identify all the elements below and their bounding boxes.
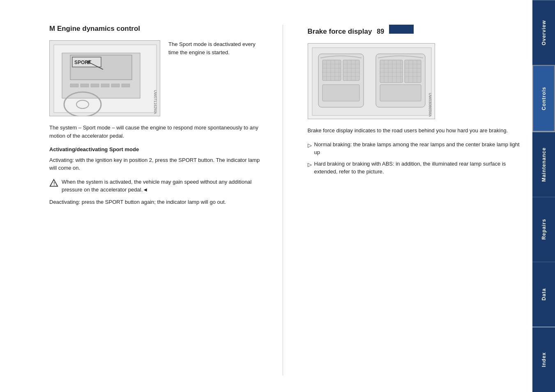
left-column: M Engine dynamics control [0, 25, 283, 376]
svg-rect-11 [122, 84, 130, 87]
svg-rect-38 [322, 85, 359, 101]
bullet-list: ▷ Normal braking: the brake lamps among … [308, 141, 525, 176]
sidebar-item-maintenance[interactable]: Maintenance [532, 132, 555, 197]
sidebar-item-data[interactable]: Data [532, 262, 555, 327]
svg-rect-6 [70, 84, 78, 87]
sub-section: Activating/deactivating Sport mode Activ… [49, 145, 266, 172]
sidebar-item-overview[interactable]: Overview [532, 0, 555, 65]
sport-mode-intro: The Sport mode is deactivated every time… [168, 40, 266, 56]
warning-text: When the system is activated, the vehicl… [62, 178, 266, 194]
sidebar-item-repairs[interactable]: Repairs [532, 197, 555, 262]
left-image-caption: UW071162MA [153, 90, 157, 114]
right-image: UW030865MA [308, 43, 435, 119]
intro-text: The Sport mode is deactivated every time… [168, 40, 266, 56]
svg-rect-8 [91, 84, 99, 87]
blue-bar [389, 25, 414, 34]
right-intro-text: Brake force display indicates to the roa… [308, 127, 525, 135]
svg-rect-7 [81, 84, 89, 87]
left-section-title: M Engine dynamics control [49, 25, 266, 33]
main-content: M Engine dynamics control [0, 0, 532, 392]
bullet-arrow-1: ▷ [308, 161, 312, 169]
right-image-caption: UW030865MA [428, 93, 432, 117]
sub-section-title: Activating/deactivating Sport mode [49, 145, 266, 154]
page-container: M Engine dynamics control [0, 0, 555, 392]
bullet-text-1: Hard braking or braking with ABS: in add… [314, 160, 525, 176]
body-text: The system – Sport mode – will cause the… [49, 124, 266, 140]
page-number: 89 [377, 28, 384, 35]
svg-rect-58 [380, 85, 421, 101]
bullet-arrow-0: ▷ [308, 141, 312, 150]
svg-text:!: ! [53, 181, 55, 186]
warning-icon: ! [49, 179, 58, 188]
svg-rect-9 [101, 84, 109, 87]
svg-rect-21 [322, 60, 341, 81]
svg-rect-40 [380, 60, 403, 83]
right-section-title: Brake force display [308, 28, 372, 36]
deactivating-text: Deactivating: press the SPORT button aga… [49, 198, 266, 206]
sidebar-item-controls[interactable]: Controls [532, 65, 555, 131]
right-column: Brake force display 89 [283, 25, 533, 376]
bullet-item-0: ▷ Normal braking: the brake lamps among … [308, 141, 525, 157]
deactivating-text-block: Deactivating: press the SPORT button aga… [49, 198, 266, 206]
sidebar-item-index[interactable]: Index [532, 327, 555, 392]
right-header: Brake force display 89 [308, 25, 525, 36]
sidebar: Overview Controls Maintenance Repairs Da… [532, 0, 555, 392]
activating-text: Activating: with the ignition key in pos… [49, 156, 266, 172]
bullet-item-1: ▷ Hard braking or braking with ABS: in a… [308, 160, 525, 176]
left-image: SPORT UW07 [49, 40, 160, 116]
warning-box: ! When the system is activated, the vehi… [49, 178, 266, 194]
bullet-text-0: Normal braking: the brake lamps among th… [314, 141, 525, 157]
svg-rect-10 [111, 84, 120, 87]
